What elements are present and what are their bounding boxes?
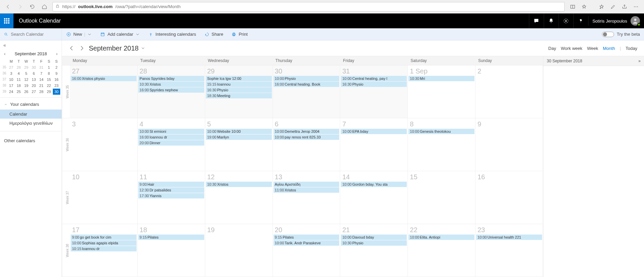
day-cell[interactable]: 410:00St ermioni16:00Ioannou dr20:00Dinn… [138, 118, 205, 171]
agenda-body[interactable] [543, 66, 644, 277]
home-button[interactable] [39, 1, 50, 12]
day-cell[interactable]: 1410:00Gordon bday. You sta [340, 171, 408, 224]
day-cell[interactable]: 19 [205, 224, 273, 277]
calendar-event[interactable]: 11:00Xristos [274, 187, 339, 193]
mini-day-cell[interactable]: 29 [45, 89, 52, 95]
app-launcher-button[interactable] [0, 13, 13, 28]
calendar-event[interactable]: Panos Spyrides bday [138, 76, 204, 81]
day-cell[interactable]: 1210:30Xristos [205, 171, 273, 224]
calendar-event[interactable]: 16:30Physio [341, 82, 407, 87]
calendar-event[interactable]: 10:00Website 10:00 [206, 129, 272, 134]
mini-day-cell[interactable]: 28 [15, 64, 22, 70]
pen-icon[interactable] [608, 1, 618, 12]
next-month-button[interactable] [79, 45, 85, 51]
day-cell[interactable]: 13Αγίου Αριστείδη11:00Xristos [273, 171, 341, 224]
calendar-item-birthdays[interactable]: Ημερολόγιο γενεθλίων [0, 119, 62, 128]
calendar-event[interactable]: 17:30Yiannis [138, 193, 204, 198]
chat-button[interactable] [529, 13, 544, 28]
mini-day-cell[interactable]: 6 [30, 70, 37, 76]
mini-day-cell[interactable]: 3 [7, 70, 15, 76]
calendar-event[interactable]: 9:00Hair [138, 182, 204, 187]
day-cell[interactable]: 1 Sep10:30Mri [408, 65, 475, 118]
mini-day-cell[interactable]: 4 [15, 70, 22, 76]
calendar-event[interactable]: 20:00Dinner [138, 140, 204, 146]
calendar-event[interactable]: 16:00Central heating. Book [274, 82, 339, 87]
mini-day-cell[interactable]: 23 [53, 83, 60, 89]
calendar-event[interactable]: 10:00EPA bday [341, 129, 407, 134]
more-icon[interactable] [631, 1, 641, 12]
mini-day-cell[interactable]: 9 [53, 70, 60, 76]
mini-day-cell[interactable]: 16 [53, 76, 60, 83]
view-week[interactable]: Week [587, 46, 598, 51]
add-calendar-button[interactable]: Add calendar [100, 32, 140, 37]
day-cell[interactable]: 2110:00Davoud bday10:30Physio [340, 224, 408, 277]
mini-calendar[interactable]: MTWTFSS352728293031123634567893710111213… [0, 58, 62, 97]
calendar-event[interactable]: 10:30Xristos [206, 182, 272, 187]
day-cell[interactable]: 15 [408, 171, 475, 224]
day-cell[interactable]: 28Panos Spyrides bday10:30Xristos16:00Sp… [138, 65, 205, 118]
beta-toggle[interactable] [602, 32, 614, 37]
day-cell[interactable]: 2310:00Universal health 221 [475, 224, 543, 277]
back-button[interactable] [3, 1, 13, 12]
mini-day-cell[interactable]: 2 [53, 64, 60, 70]
day-cell[interactable]: 9 [475, 118, 543, 171]
mini-day-cell[interactable]: 26 [23, 89, 30, 95]
your-calendars-header[interactable]: Your calendars [0, 101, 62, 110]
calendar-event[interactable]: 19:00Marilyn [206, 134, 272, 140]
day-cell[interactable]: 119:00Hair12:30Dr patsalides17:30Yiannis [138, 171, 205, 224]
calendar-event[interactable]: 10:00Physio [274, 76, 339, 81]
try-beta[interactable]: Try the beta [598, 28, 644, 40]
mini-day-cell[interactable]: 28 [38, 89, 45, 95]
day-cell[interactable]: 179:00go get book for cim10:00Sophias ag… [70, 224, 138, 277]
day-cell[interactable]: 29Sophie lca lgw 12:0015:15Ioannou16:30P… [205, 65, 273, 118]
calendar-event[interactable]: 9:15Pilates [138, 235, 204, 240]
calendar-event[interactable]: 10:00Tarik. Andr Paraskeve [274, 240, 339, 246]
day-cell[interactable]: 2 [475, 65, 543, 118]
prev-month-button[interactable] [69, 45, 75, 51]
calendar-event[interactable]: 10:30Mri [408, 76, 474, 81]
calendar-event[interactable]: 10:00Demettra Jerop 2004 [274, 129, 339, 134]
calendar-event[interactable]: 10:30Physio [341, 240, 407, 246]
mini-prev-month[interactable]: ‹ [3, 51, 7, 56]
calendar-event[interactable]: 16:00Spyrides nephew [138, 87, 204, 93]
user-menu[interactable]: Sotiris Jeropoulos [588, 16, 644, 26]
new-button[interactable]: New | [66, 32, 92, 37]
share-button[interactable]: Share [204, 32, 223, 37]
favorites-list-icon[interactable] [596, 1, 607, 12]
mini-day-cell[interactable]: 30 [53, 89, 60, 95]
mini-day-cell[interactable]: 11 [15, 76, 22, 83]
view-month[interactable]: Month [603, 46, 615, 51]
mini-day-cell[interactable]: 5 [23, 70, 30, 76]
calendar-event[interactable]: 10:00Elita. Antiopi [408, 235, 474, 240]
calendar-event[interactable]: 10:30Xristos [138, 82, 204, 87]
mini-day-cell[interactable]: 14 [38, 76, 45, 83]
day-cell[interactable]: 10 [70, 171, 138, 224]
calendar-event[interactable]: 9:00go get book for cim [71, 235, 137, 240]
forward-button[interactable] [15, 1, 26, 12]
view-today[interactable]: Today [625, 46, 637, 51]
mini-day-cell[interactable]: 12 [23, 76, 30, 83]
day-cell[interactable]: 209:15Pilates10:00Tarik. Andr Paraskeve [273, 224, 341, 277]
calendar-event[interactable]: 10:00Universal health 221 [476, 235, 542, 240]
mini-day-cell[interactable]: 31 [38, 64, 45, 70]
mini-day-cell[interactable]: 17 [7, 83, 15, 89]
search-input[interactable] [11, 32, 58, 37]
mini-day-cell[interactable]: 29 [23, 64, 30, 70]
calendar-event[interactable]: 18:30Meeting [206, 93, 272, 98]
calendar-event[interactable]: 10:00Davoud bday [341, 235, 407, 240]
day-cell[interactable]: 2716:00Xristos physio [70, 65, 138, 118]
mini-day-cell[interactable]: 30 [30, 64, 37, 70]
help-button[interactable] [573, 13, 588, 28]
day-cell[interactable]: 16 [475, 171, 543, 224]
calendar-event[interactable]: Αγίου Αριστείδη [274, 182, 339, 187]
calendar-event[interactable]: 16:30Physio [206, 87, 272, 93]
calendar-event[interactable]: 10:00Gordon bday. You sta [341, 182, 407, 187]
calendar-event[interactable]: 10:00Sophias agapis elpida [71, 240, 137, 246]
agenda-expand-icon[interactable]: » [638, 59, 641, 63]
mini-day-cell[interactable]: 27 [30, 89, 37, 95]
share-browser-icon[interactable] [619, 1, 630, 12]
view-day[interactable]: Day [548, 46, 556, 51]
calendar-event[interactable]: 10:00Central heating, pay l [341, 76, 407, 81]
reading-view-icon[interactable] [567, 1, 578, 12]
favorite-icon[interactable] [579, 1, 589, 12]
